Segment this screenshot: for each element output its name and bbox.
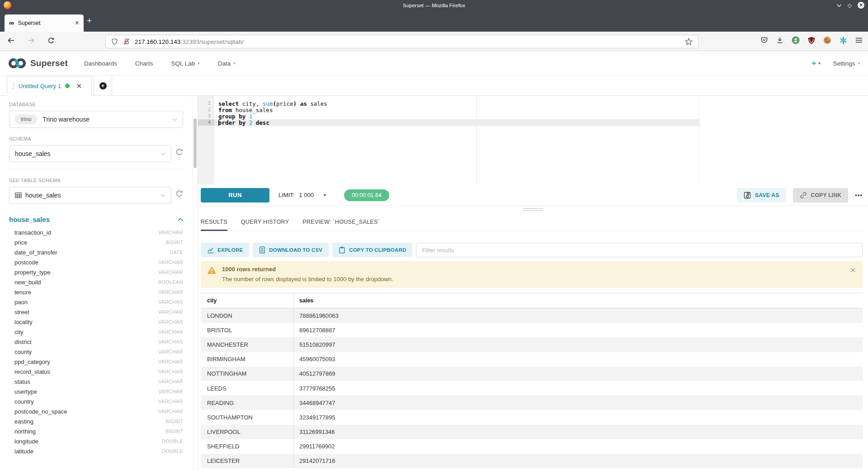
tab-close-icon[interactable]: × <box>75 19 79 27</box>
database-label: DATABASE <box>9 102 183 107</box>
settings-menu[interactable]: Settings▾ <box>833 60 860 67</box>
cell-sales: 29911769902 <box>294 439 863 454</box>
schema-column-row[interactable]: northingBIGINT <box>9 426 183 436</box>
schema-column-row[interactable]: latitudeDOUBLE <box>9 446 183 456</box>
column-name: country <box>14 398 34 405</box>
forward-button[interactable] <box>27 37 35 44</box>
column-name: city <box>14 329 24 335</box>
schema-column-row[interactable]: record_statusVARCHAR <box>9 367 183 377</box>
nav-item-data[interactable]: Data▾ <box>218 60 236 67</box>
query-tab-close-icon[interactable]: ✕ <box>76 82 82 89</box>
window-maximize-icon[interactable]: ◇ <box>848 3 852 8</box>
copy-link-button[interactable]: COPY LINK <box>793 188 849 203</box>
menu-hamburger-icon[interactable] <box>854 36 863 45</box>
copy-clipboard-button[interactable]: COPY TO CLIPBOARD <box>332 243 412 257</box>
refresh-schemas-icon[interactable] <box>175 148 183 156</box>
filter-results-input[interactable] <box>416 243 863 257</box>
url-text[interactable]: 217.160.120.143:32393/superset/sqllab/ <box>135 38 685 45</box>
schema-column-row[interactable]: localityVARCHAR <box>9 317 183 327</box>
tracking-shield-icon[interactable] <box>111 38 118 45</box>
schema-column-row[interactable]: postcode_no_spaceVARCHAR <box>9 406 183 416</box>
save-as-button[interactable]: SAVE AS <box>737 188 786 203</box>
browser-tab-superset[interactable]: ∞ Superset × <box>5 14 84 32</box>
ublock-origin-icon[interactable] <box>807 36 816 45</box>
schema-column-row[interactable]: tenureVARCHAR <box>9 287 183 297</box>
window-minimize-icon[interactable] <box>836 4 842 7</box>
pocket-icon[interactable] <box>760 36 769 45</box>
tab-query-history[interactable]: QUERY HISTORY <box>241 212 289 231</box>
nav-item-charts[interactable]: Charts <box>135 60 153 67</box>
schema-column-row[interactable]: paonVARCHAR <box>9 297 183 307</box>
column-type: VARCHAR <box>158 299 183 305</box>
schema-column-row[interactable]: eastingBIGINT <box>9 416 183 426</box>
extension-asterisk-icon[interactable] <box>839 36 848 45</box>
results-table-header: city sales <box>201 293 863 308</box>
schema-column-row[interactable]: countyVARCHAR <box>9 347 183 357</box>
extension-green-icon[interactable] <box>791 36 800 45</box>
cookie-extension-icon[interactable] <box>823 36 832 45</box>
column-header-city[interactable]: city <box>201 293 294 308</box>
explore-button[interactable]: EXPLORE <box>201 243 249 257</box>
limit-dropdown[interactable]: LIMIT: 1 000 ▼ <box>278 192 327 198</box>
downloads-icon[interactable] <box>775 36 784 45</box>
schema-column-row[interactable]: property_typeVARCHAR <box>9 267 183 277</box>
column-name: district <box>14 339 32 345</box>
window-close-icon[interactable]: ✕ <box>858 2 864 9</box>
table-row: LEEDS37779768255 <box>201 381 863 396</box>
column-header-sales[interactable]: sales <box>294 293 863 308</box>
query-tab-active[interactable]: Untitled Query 1 ✕ <box>7 76 92 96</box>
nav-item-sql-lab[interactable]: SQL Lab▾ <box>171 60 199 67</box>
drag-dots-icon[interactable] <box>12 82 14 89</box>
schema-column-row[interactable]: districtVARCHAR <box>9 337 183 347</box>
schema-column-row[interactable]: postcodeVARCHAR <box>9 257 183 267</box>
download-csv-button[interactable]: DOWNLOAD TO CSV <box>253 243 329 257</box>
run-button[interactable]: RUN <box>201 188 269 203</box>
schema-column-row[interactable]: transaction_idVARCHAR <box>9 227 183 237</box>
column-type: VARCHAR <box>158 319 183 325</box>
schema-column-row[interactable]: new_buildBOOLEAN <box>9 277 183 287</box>
more-options-button[interactable]: ••• <box>855 192 863 198</box>
collapse-chevron-up-icon[interactable] <box>178 218 183 221</box>
schema-column-row[interactable]: date_of_transferDATE <box>9 247 183 257</box>
add-query-tab[interactable]: + <box>94 76 112 96</box>
column-name: postcode_no_space <box>14 408 67 415</box>
database-select[interactable]: trino Trino warehouse <box>9 111 183 128</box>
browser-tab-title: Superset <box>18 20 75 26</box>
schema-column-row[interactable]: cityVARCHAR <box>9 327 183 337</box>
schema-select[interactable]: house_sales <box>9 145 171 162</box>
table-row: LIVERPOOL31126991346 <box>201 425 863 439</box>
cell-city: BRISTOL <box>201 323 294 337</box>
sql-editor[interactable]: 1234 select city, sum(price) as salesfro… <box>198 96 868 184</box>
refresh-tables-icon[interactable] <box>175 190 183 198</box>
superset-logo[interactable]: Superset <box>8 58 68 69</box>
reload-button[interactable] <box>47 37 55 44</box>
code-line: order by 2 desc <box>214 119 699 126</box>
alert-close-icon[interactable]: ✕ <box>850 267 856 273</box>
column-name: transaction_id <box>14 229 51 236</box>
schema-column-row[interactable]: countryVARCHAR <box>9 396 183 406</box>
table-schema-header[interactable]: house_sales <box>9 216 183 223</box>
resize-handle[interactable] <box>523 208 543 212</box>
tab-results[interactable]: RESULTS <box>201 212 227 231</box>
superset-navbar: Superset Dashboards Charts SQL Lab▾ Data… <box>0 51 868 76</box>
table-select[interactable]: house_sales <box>9 187 171 204</box>
back-button[interactable] <box>7 37 15 44</box>
bookmark-star-icon[interactable] <box>685 38 693 45</box>
line-number: 3 <box>198 113 214 119</box>
new-item-menu[interactable]: +▾ <box>811 59 820 68</box>
results-actions: EXPLORE DOWNLOAD TO CSV COPY TO CLIPBOAR… <box>201 243 863 257</box>
insecure-lock-icon[interactable] <box>123 38 130 45</box>
alert-title: 1000 rows returned <box>222 266 393 273</box>
schema-column-row[interactable]: statusVARCHAR <box>9 377 183 386</box>
query-toolbar: RUN LIMIT: 1 000 ▼ 00:00:01.64 SAVE AS C… <box>198 184 868 206</box>
url-bar[interactable]: 217.160.120.143:32393/superset/sqllab/ <box>105 35 698 48</box>
schema-column-row[interactable]: streetVARCHAR <box>9 307 183 317</box>
schema-column-row[interactable]: ppd_categoryVARCHAR <box>9 357 183 367</box>
new-tab-button[interactable]: + <box>87 16 92 25</box>
schema-column-row[interactable]: longitudeDOUBLE <box>9 436 183 446</box>
scrollbar-thumb[interactable] <box>193 118 197 168</box>
schema-column-row[interactable]: priceBIGINT <box>9 237 183 247</box>
schema-column-row[interactable]: usertypeVARCHAR <box>9 386 183 396</box>
nav-item-dashboards[interactable]: Dashboards <box>84 60 117 67</box>
tab-preview-table[interactable]: PREVIEW: `HOUSE_SALES` <box>302 212 380 231</box>
